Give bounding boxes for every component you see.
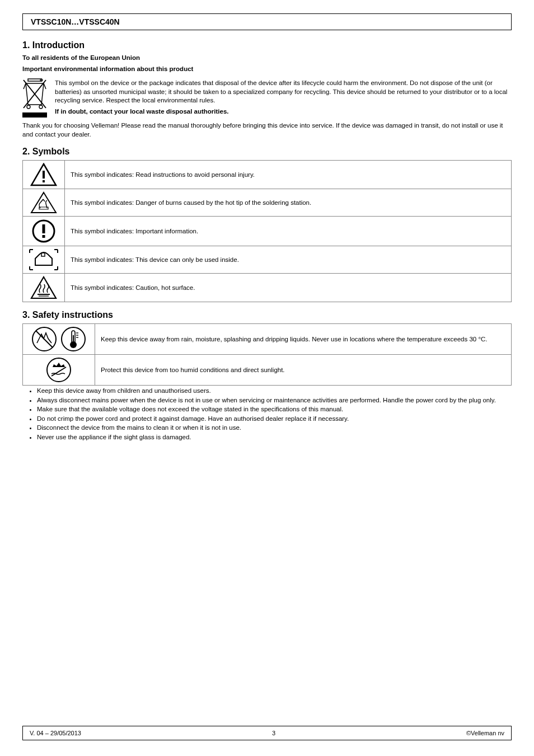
svg-rect-11 — [41, 253, 45, 256]
weee-block: This symbol on the device or the package… — [22, 77, 512, 118]
svg-rect-19 — [73, 335, 74, 344]
indoor-use-icon — [23, 246, 65, 274]
footer-copyright: ©Velleman nv — [466, 730, 504, 736]
list-item: Never use the appliance if the sight gla… — [37, 433, 512, 442]
section-1-title: 1. Introduction — [22, 40, 512, 50]
intro-thanks: To all residents of the European Union — [22, 54, 140, 61]
section-2-title: 2. Symbols — [22, 147, 512, 157]
weee-text: This symbol on the device or the package… — [55, 79, 512, 105]
section-3-title: 3. Safety instructions — [22, 310, 512, 320]
safety-icons-cell — [23, 355, 95, 386]
list-item: Do not crimp the power cord and protect … — [37, 415, 512, 424]
table-row: This symbol indicates: Important informa… — [23, 217, 512, 246]
weee-doubt: If in doubt, contact your local waste di… — [55, 108, 229, 115]
table-row: This symbol indicates: Caution, hot surf… — [23, 274, 512, 302]
list-item: Make sure that the available voltage doe… — [37, 405, 512, 414]
table-row: This symbol indicates: Read instructions… — [23, 161, 512, 189]
exclamation-circle-icon — [23, 217, 65, 246]
product-code: VTSSC10N…VTSSC40N — [31, 17, 120, 26]
table-row: This symbol indicates: Danger of burns c… — [23, 189, 512, 217]
svg-rect-9 — [43, 224, 45, 233]
list-item: Keep this device away from children and … — [37, 387, 512, 396]
symbol-desc: This symbol indicates: Read instructions… — [65, 161, 512, 189]
intro-env: Important environmental information abou… — [22, 65, 193, 72]
warning-triangle-icon — [23, 161, 65, 189]
footer-page-number: 3 — [272, 730, 275, 736]
table-row: Protect this device from too humid condi… — [23, 355, 512, 386]
hot-surface-triangle-icon — [23, 274, 65, 302]
symbol-desc: This symbol indicates: This device can o… — [65, 246, 512, 274]
symbol-desc: This symbol indicates: Caution, hot surf… — [65, 274, 512, 302]
svg-rect-10 — [43, 235, 45, 238]
svg-point-23 — [47, 358, 71, 382]
list-item: Disconnect the device from the mains to … — [37, 424, 512, 433]
weee-icon — [22, 77, 47, 118]
burn-hand-triangle-icon — [23, 189, 65, 217]
symbols-table: This symbol indicates: Read instructions… — [22, 160, 512, 302]
footer-version-date: V. 04 – 29/05/2013 — [30, 730, 81, 736]
no-sun-circle-icon — [46, 366, 72, 373]
safety-icons-cell — [23, 324, 95, 355]
svg-rect-0 — [28, 79, 41, 81]
table-row: This symbol indicates: This device can o… — [23, 246, 512, 274]
svg-point-2 — [27, 105, 30, 109]
intro-closing: Thank you for choosing Velleman! Please … — [22, 121, 512, 139]
svg-rect-7 — [43, 180, 45, 182]
safety-row-text: Keep this device away from rain, moistur… — [95, 324, 512, 355]
symbol-desc: This symbol indicates: Danger of burns c… — [65, 189, 512, 217]
symbol-desc: This symbol indicates: Important informa… — [65, 217, 512, 246]
header-bar: VTSSC10N…VTSSC40N — [22, 13, 512, 30]
svg-line-15 — [36, 331, 53, 348]
safety-bullets: Keep this device away from children and … — [22, 387, 512, 442]
table-row: Keep this device away from rain, moistur… — [23, 324, 512, 355]
thermometer-circle-icon — [60, 326, 86, 352]
list-item: Always disconnect mains power when the d… — [37, 396, 512, 405]
svg-rect-6 — [43, 171, 45, 179]
safety-row-text: Protect this device from too humid condi… — [95, 355, 512, 386]
no-moisture-circle-icon — [31, 326, 57, 352]
svg-point-3 — [39, 105, 43, 109]
safety-table: Keep this device away from rain, moistur… — [22, 323, 512, 386]
footer-bar: V. 04 – 29/05/2013 3 ©Velleman nv — [22, 726, 512, 740]
